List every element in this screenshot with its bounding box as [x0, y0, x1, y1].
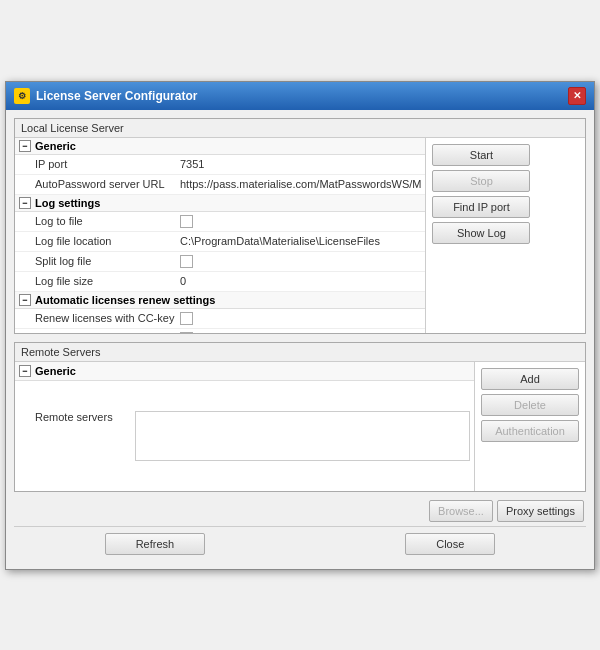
local-license-server-section: Local License Server − Generic IP port 7… [14, 118, 586, 334]
close-button[interactable]: Close [405, 533, 495, 555]
ip-port-row: IP port 7351 [15, 155, 425, 175]
log-settings-label: Log settings [35, 197, 100, 209]
remote-servers-list[interactable] [135, 411, 470, 461]
remote-buttons-panel: Add Delete Authentication [475, 362, 585, 491]
generic-group-label: Generic [35, 140, 76, 152]
refresh-button[interactable]: Refresh [105, 533, 206, 555]
find-ip-button[interactable]: Find IP port [432, 196, 530, 218]
renew-vouch-checkbox[interactable] [180, 332, 193, 333]
main-window: ⚙ License Server Configurator ✕ Local Li… [5, 81, 595, 570]
log-file-size-label: Log file size [35, 275, 180, 287]
remote-servers-label: Remote servers [35, 411, 135, 423]
generic-group-header: − Generic [15, 138, 425, 155]
remote-expand-icon[interactable]: − [19, 365, 31, 377]
autopassword-value: https://pass.materialise.com/MatPassword… [180, 178, 421, 190]
remote-content: − Generic Remote servers Add Delete Auth… [15, 362, 585, 491]
properties-scroll-area[interactable]: − Generic IP port 7351 AutoPassword serv… [15, 138, 426, 333]
renew-cc-row: Renew licenses with CC-key [15, 309, 425, 329]
remote-section-title: Remote Servers [15, 343, 585, 362]
show-log-button[interactable]: Show Log [432, 222, 530, 244]
renew-cc-label: Renew licenses with CC-key [35, 312, 180, 324]
title-bar: ⚙ License Server Configurator ✕ [6, 82, 594, 110]
remote-servers-section: Remote Servers − Generic Remote servers … [14, 342, 586, 492]
renew-cc-checkbox[interactable] [180, 312, 193, 325]
proxy-settings-button[interactable]: Proxy settings [497, 500, 584, 522]
auto-renew-label: Automatic licenses renew settings [35, 294, 215, 306]
bottom-right-buttons: Browse... Proxy settings [14, 500, 586, 522]
auto-renew-expand-icon[interactable]: − [19, 294, 31, 306]
remote-servers-row: Remote servers [15, 381, 474, 491]
local-buttons-panel: Start Stop Find IP port Show Log [426, 138, 536, 333]
title-bar-left: ⚙ License Server Configurator [14, 88, 197, 104]
autopassword-row: AutoPassword server URL https://pass.mat… [15, 175, 425, 195]
generic-expand-icon[interactable]: − [19, 140, 31, 152]
app-icon: ⚙ [14, 88, 30, 104]
autopassword-label: AutoPassword server URL [35, 178, 180, 190]
log-expand-icon[interactable]: − [19, 197, 31, 209]
remote-generic-label: Generic [35, 365, 76, 377]
delete-button[interactable]: Delete [481, 394, 579, 416]
split-log-row: Split log file [15, 252, 425, 272]
log-to-file-row: Log to file [15, 212, 425, 232]
renew-vouch-row: Renew licenses with Vouch... [15, 329, 425, 333]
log-file-location-row: Log file location C:\ProgramData\Materia… [15, 232, 425, 252]
ip-port-label: IP port [35, 158, 180, 170]
add-button[interactable]: Add [481, 368, 579, 390]
start-button[interactable]: Start [432, 144, 530, 166]
log-to-file-checkbox[interactable] [180, 215, 193, 228]
renew-vouch-label: Renew licenses with Vouch... [35, 332, 180, 333]
log-file-size-row: Log file size 0 [15, 272, 425, 292]
authentication-button[interactable]: Authentication [481, 420, 579, 442]
footer: Refresh Close [14, 526, 586, 561]
local-section-content: − Generic IP port 7351 AutoPassword serv… [15, 138, 585, 333]
split-log-checkbox[interactable] [180, 255, 193, 268]
log-to-file-label: Log to file [35, 215, 180, 227]
local-section-title: Local License Server [15, 119, 585, 138]
log-settings-group-header: − Log settings [15, 195, 425, 212]
remote-props-area: − Generic Remote servers [15, 362, 475, 491]
log-file-location-label: Log file location [35, 235, 180, 247]
window-title: License Server Configurator [36, 89, 197, 103]
stop-button[interactable]: Stop [432, 170, 530, 192]
log-file-size-value: 0 [180, 275, 421, 287]
window-body: Local License Server − Generic IP port 7… [6, 110, 594, 569]
split-log-label: Split log file [35, 255, 180, 267]
log-file-location-value: C:\ProgramData\Materialise\LicenseFiles [180, 235, 421, 247]
browse-button[interactable]: Browse... [429, 500, 493, 522]
close-window-button[interactable]: ✕ [568, 87, 586, 105]
remote-generic-header: − Generic [15, 362, 474, 381]
ip-port-value: 7351 [180, 158, 421, 170]
auto-renew-group-header: − Automatic licenses renew settings [15, 292, 425, 309]
